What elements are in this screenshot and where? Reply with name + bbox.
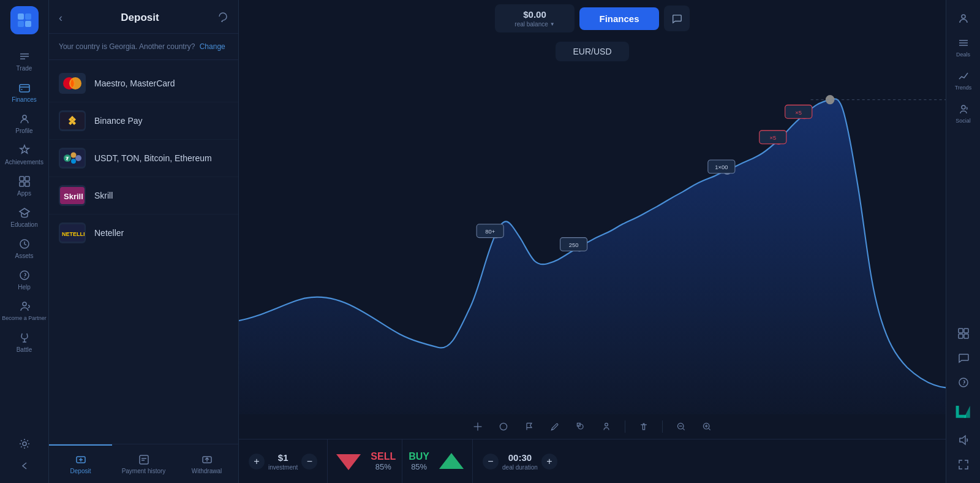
- delete-tool[interactable]: [636, 419, 651, 434]
- svg-point-31: [71, 159, 76, 164]
- deposit-country: Your country is Georgia. Another country…: [49, 34, 238, 60]
- main-content: $0.00 real balance ▼ Finances EUR/USD: [239, 0, 946, 483]
- duration-increase-button[interactable]: +: [541, 454, 557, 470]
- sidebar-item-help[interactable]: Help: [0, 264, 48, 295]
- logo-watermark: [947, 395, 980, 428]
- duration-decrease-button[interactable]: −: [483, 454, 499, 470]
- sidebar-item-assets[interactable]: Assets: [0, 233, 48, 264]
- sidebar-item-apps[interactable]: Apps: [0, 170, 48, 202]
- zoom-out-tool[interactable]: [674, 419, 688, 434]
- right-nav-volume[interactable]: [946, 428, 980, 452]
- deposit-header: ‹ Deposit: [49, 0, 238, 34]
- right-nav-trends[interactable]: Trends: [946, 64, 980, 97]
- right-nav-user[interactable]: [946, 6, 980, 31]
- pair-button[interactable]: EUR/USD: [556, 42, 629, 61]
- sell-text: SELL 85%: [371, 451, 396, 471]
- pair-selector: EUR/USD: [239, 37, 946, 66]
- sidebar-item-finances[interactable]: Finances: [0, 77, 48, 108]
- svg-point-9: [23, 115, 26, 119]
- investment-section: + $1 investment −: [239, 439, 328, 483]
- svg-rect-70: [959, 334, 963, 338]
- duration-control: 00:30 deal duration: [502, 452, 538, 471]
- svg-text:1×00: 1×00: [715, 164, 728, 170]
- svg-rect-13: [25, 182, 29, 186]
- sidebar-item-partner[interactable]: Become a Partner: [0, 295, 48, 327]
- maestro-icon: [59, 73, 86, 94]
- deposit-refresh-button[interactable]: [217, 11, 228, 25]
- tab-withdrawal[interactable]: Withdrawal: [175, 444, 238, 483]
- chart-toolbar: [239, 414, 946, 439]
- logo-button[interactable]: [10, 6, 39, 34]
- svg-rect-7: [20, 85, 29, 92]
- pencil-tool[interactable]: [548, 419, 562, 434]
- sidebar-item-profile[interactable]: Profile: [0, 108, 48, 139]
- sidebar-item-battle[interactable]: Battle: [0, 327, 48, 358]
- right-sidebar: Deals Trends Social: [946, 0, 980, 483]
- right-nav-social[interactable]: Social: [946, 97, 980, 130]
- right-nav-fullscreen[interactable]: [946, 452, 980, 477]
- sidebar-item-trade[interactable]: Trade: [0, 45, 48, 77]
- deposit-back-button[interactable]: ‹: [59, 12, 62, 23]
- right-nav-chat[interactable]: [946, 346, 980, 370]
- deposit-title: Deposit: [121, 12, 159, 24]
- payment-item-binance[interactable]: Binance Pay: [49, 102, 238, 140]
- duration-label: deal duration: [502, 464, 538, 471]
- svg-point-61: [605, 423, 608, 426]
- buy-percentage: 85%: [409, 462, 429, 471]
- right-nav-help[interactable]: [946, 370, 980, 395]
- svg-point-30: [75, 155, 81, 161]
- zoom-in-tool[interactable]: [699, 419, 714, 434]
- svg-rect-2: [18, 21, 24, 27]
- finances-button[interactable]: Finances: [579, 7, 659, 30]
- svg-marker-65: [439, 453, 464, 469]
- invest-decrease-button[interactable]: +: [249, 454, 265, 470]
- buy-label: BUY: [409, 451, 429, 462]
- balance-amount: $0.00: [523, 9, 546, 20]
- balance-label: real balance ▼: [514, 21, 554, 28]
- svg-text:Skrill: Skrill: [64, 192, 83, 201]
- sidebar-item-back[interactable]: [0, 455, 48, 477]
- top-bar: $0.00 real balance ▼ Finances: [239, 0, 946, 37]
- sidebar-item-settings[interactable]: [0, 433, 48, 455]
- tab-deposit[interactable]: Deposit: [49, 444, 112, 483]
- payment-method-list: Maestro, MasterCard Binance Pay: [49, 60, 238, 444]
- sidebar-item-achievements[interactable]: Achievements: [0, 139, 48, 170]
- sidebar-item-education[interactable]: Education: [0, 202, 48, 233]
- svg-rect-1: [25, 13, 31, 20]
- payment-item-maestro[interactable]: Maestro, MasterCard: [49, 65, 238, 102]
- payment-item-neteller[interactable]: NETELLER Neteller: [49, 215, 238, 251]
- flag-tool[interactable]: [522, 419, 537, 434]
- crypto-label: USDT, TON, Bitcoin, Ethereum: [94, 153, 212, 163]
- chart-area: 80+ 250 1×00 ×5 ×5: [239, 66, 946, 414]
- balance-button[interactable]: $0.00 real balance ▼: [495, 4, 575, 32]
- duration-section: − 00:30 deal duration +: [473, 439, 946, 483]
- crosshair-tool[interactable]: [470, 419, 485, 434]
- left-sidebar: Trade Finances Profile Achievements Apps…: [0, 0, 49, 483]
- skrill-label: Skrill: [94, 191, 113, 200]
- svg-point-67: [962, 105, 965, 109]
- deposit-change-link[interactable]: Change: [200, 42, 225, 51]
- svg-text:250: 250: [569, 242, 579, 248]
- tab-payment-history[interactable]: Payment history: [112, 444, 175, 483]
- right-nav-deals[interactable]: Deals: [946, 31, 980, 64]
- svg-text:80+: 80+: [485, 228, 495, 235]
- svg-text:×5: ×5: [795, 108, 802, 115]
- crypto-icon: ₮: [59, 148, 86, 169]
- svg-point-72: [959, 378, 968, 387]
- payment-item-skrill[interactable]: Skrill Skrill: [49, 177, 238, 215]
- svg-rect-0: [18, 13, 24, 20]
- circle-tool[interactable]: [496, 419, 511, 434]
- price-chart: 80+ 250 1×00 ×5 ×5: [239, 66, 946, 414]
- buy-section: BUY 85%: [402, 439, 473, 483]
- invest-increase-button[interactable]: −: [301, 454, 317, 470]
- message-button[interactable]: [664, 6, 690, 31]
- invest-label: investment: [268, 464, 298, 471]
- svg-point-16: [23, 442, 26, 446]
- shapes-tool[interactable]: [573, 419, 588, 434]
- payment-item-crypto[interactable]: ₮ USDT, TON, Bitcoin, Ethereum: [49, 140, 238, 177]
- maestro-label: Maestro, MasterCard: [94, 78, 175, 88]
- right-nav-layout[interactable]: [946, 321, 980, 346]
- person-tool[interactable]: [599, 419, 614, 434]
- deposit-panel: ‹ Deposit Your country is Georgia. Anoth…: [49, 0, 239, 483]
- svg-point-15: [20, 271, 29, 280]
